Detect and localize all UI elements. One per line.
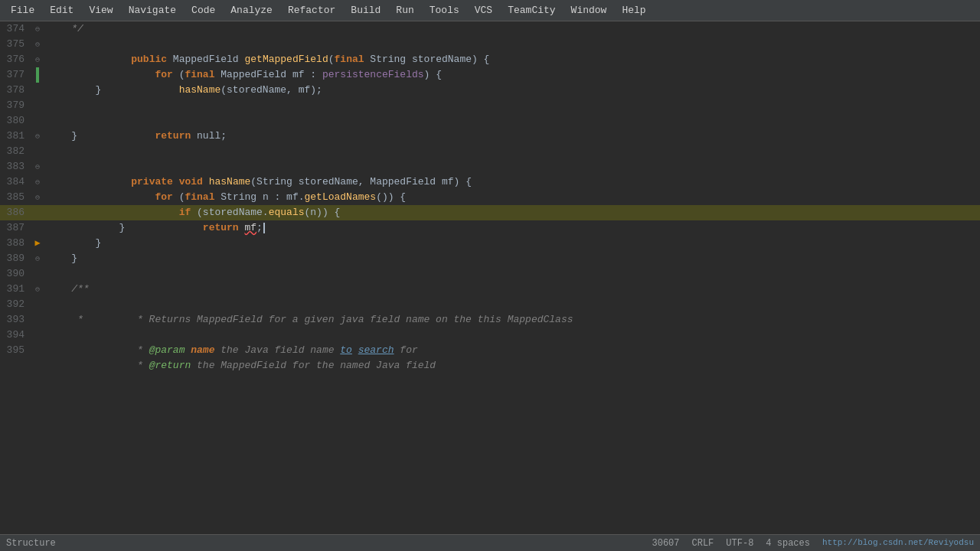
code-line-384: 384 ⊖ for (final String n : mf.getLoadNa… xyxy=(0,174,980,190)
gutter-green-377 xyxy=(36,67,39,83)
gutter-387 xyxy=(31,220,44,236)
gutter-392 xyxy=(31,297,44,312)
status-structure[interactable]: Structure xyxy=(6,538,56,549)
fold-icon-376[interactable]: ⊖ xyxy=(35,56,40,64)
line-content-381: } xyxy=(44,129,980,144)
line-num-394: 394 xyxy=(0,328,31,343)
line-content-376: for (final MappedField mf : persistenceF… xyxy=(44,52,980,67)
menu-analyze[interactable]: Analyze xyxy=(224,3,279,18)
code-line-386: 386 return mf; xyxy=(0,205,980,220)
fold-icon-375[interactable]: ⊖ xyxy=(35,41,40,49)
line-num-376: 376 xyxy=(0,52,31,67)
code-line-388: 388 ▶ } xyxy=(0,236,980,251)
line-num-391: 391 xyxy=(0,282,31,297)
line-num-377: 377 xyxy=(0,67,31,83)
fold-icon-381[interactable]: ⊖ xyxy=(35,132,40,141)
fold-icon-383[interactable]: ⊖ xyxy=(35,163,40,171)
gutter-375: ⊖ xyxy=(31,37,44,52)
gutter-389: ⊖ xyxy=(31,251,44,266)
line-num-383: 383 xyxy=(0,159,31,174)
gutter-383: ⊖ xyxy=(31,159,44,174)
gutter-379 xyxy=(31,98,44,113)
menu-view[interactable]: View xyxy=(83,3,119,18)
line-content-391: /** xyxy=(44,282,980,297)
line-num-392: 392 xyxy=(0,297,31,312)
line-num-384: 384 xyxy=(0,174,31,190)
line-num-382: 382 xyxy=(0,144,31,159)
code-line-375: 375 ⊖ public MappedField getMappedField(… xyxy=(0,37,980,52)
gutter-374: ⊖ xyxy=(31,21,44,37)
line-num-375: 375 xyxy=(0,37,31,52)
editor: 374 ⊖ */ 375 ⊖ public MappedField getMap… xyxy=(0,21,980,534)
fold-icon-391[interactable]: ⊖ xyxy=(35,285,40,294)
menu-refactor[interactable]: Refactor xyxy=(282,3,341,18)
gutter-384: ⊖ xyxy=(31,174,44,190)
line-num-389: 389 xyxy=(0,251,31,266)
code-line-394: 394 * @param name the Java field name to… xyxy=(0,328,980,343)
code-line-374: 374 ⊖ */ xyxy=(0,21,980,37)
gutter-391: ⊖ xyxy=(31,282,44,297)
fold-icon-389[interactable]: ⊖ xyxy=(35,255,40,263)
menu-run[interactable]: Run xyxy=(390,3,420,18)
line-num-379: 379 xyxy=(0,98,31,113)
menu-code[interactable]: Code xyxy=(185,3,221,18)
line-content-375: public MappedField getMappedField(final … xyxy=(44,37,980,52)
code-area[interactable]: 374 ⊖ */ 375 ⊖ public MappedField getMap… xyxy=(0,21,980,534)
line-content-394: * @param name the Java field name to sea… xyxy=(44,328,980,343)
gutter-390 xyxy=(31,266,44,282)
gutter-382 xyxy=(31,144,44,159)
line-num-380: 380 xyxy=(0,113,31,129)
code-line-383: 383 ⊖ private void hasName(String stored… xyxy=(0,159,980,174)
gutter-393 xyxy=(31,312,44,328)
code-line-390: 390 xyxy=(0,266,980,282)
code-line-379: 379 xyxy=(0,98,980,113)
code-line-382: 382 xyxy=(0,144,980,159)
gutter-394 xyxy=(31,328,44,343)
menu-navigate[interactable]: Navigate xyxy=(122,3,182,18)
line-content-383: private void hasName(String storedName, … xyxy=(44,159,980,174)
menu-teamcity[interactable]: TeamCity xyxy=(501,3,561,18)
line-content-387: } xyxy=(44,220,980,236)
status-right: 30607 CRLF UTF-8 4 spaces http://blog.cs… xyxy=(652,538,975,549)
line-content-382 xyxy=(44,144,980,159)
line-num-390: 390 xyxy=(0,266,31,282)
statusbar: Structure 30607 CRLF UTF-8 4 spaces http… xyxy=(0,534,980,551)
menu-tools[interactable]: Tools xyxy=(423,3,466,18)
code-line-391: 391 ⊖ /** xyxy=(0,282,980,297)
line-content-380: return null; xyxy=(44,113,980,129)
menu-edit[interactable]: Edit xyxy=(44,3,80,18)
line-num-374: 374 xyxy=(0,21,31,37)
menu-window[interactable]: Window xyxy=(565,3,613,18)
code-line-380: 380 return null; xyxy=(0,113,980,129)
arrow-icon-388: ▶ xyxy=(34,238,40,249)
line-num-388: 388 xyxy=(0,236,31,251)
status-charset: UTF-8 xyxy=(726,538,753,549)
gutter-378 xyxy=(31,83,44,98)
menu-vcs[interactable]: VCS xyxy=(469,3,498,18)
line-content-377: hasName(storedName, mf); xyxy=(44,67,980,83)
line-content-390 xyxy=(44,266,980,282)
line-content-374: */ xyxy=(44,21,980,37)
code-line-378: 378 } xyxy=(0,83,980,98)
status-url: http://blog.csdn.net/Reviyodsu xyxy=(822,538,974,549)
fold-icon-374[interactable]: ⊖ xyxy=(35,25,40,34)
gutter-386 xyxy=(31,205,44,220)
status-indent: 4 spaces xyxy=(766,538,810,549)
line-content-393: * xyxy=(44,312,980,328)
gutter-376: ⊖ xyxy=(31,52,44,67)
fold-icon-384[interactable]: ⊖ xyxy=(35,178,40,187)
line-content-388: } xyxy=(44,236,980,251)
line-num-395: 395 xyxy=(0,343,31,358)
fold-icon-385[interactable]: ⊖ xyxy=(35,194,40,202)
line-content-392: * Returns MappedField for a given java f… xyxy=(44,297,980,312)
line-num-393: 393 xyxy=(0,312,31,328)
menu-help[interactable]: Help xyxy=(616,3,652,18)
gutter-381: ⊖ xyxy=(31,129,44,144)
code-line-385: 385 ⊖ if (storedName.equals(n)) { xyxy=(0,190,980,205)
line-content-379 xyxy=(44,98,980,113)
menu-build[interactable]: Build xyxy=(345,3,387,18)
gutter-377 xyxy=(31,67,44,83)
code-line-377: 377 hasName(storedName, mf); xyxy=(0,67,980,83)
menu-file[interactable]: File xyxy=(5,3,41,18)
gutter-395 xyxy=(31,343,44,358)
